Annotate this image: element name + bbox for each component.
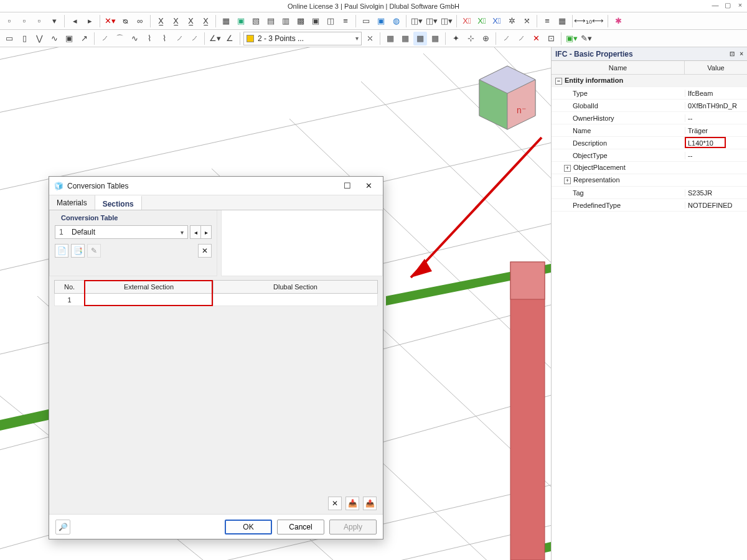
sphere-icon[interactable]: ◍ — [389, 14, 403, 28]
check-icon[interactable]: ▣▾ — [565, 32, 578, 45]
window-close[interactable]: × — [736, 1, 745, 9]
draw-icon[interactable]: ↗ — [77, 32, 91, 45]
filter3-icon[interactable]: ◫▾ — [439, 14, 453, 28]
ok-button[interactable]: OK — [225, 520, 272, 534]
tool-icon[interactable]: ▫ — [2, 14, 16, 28]
select-icon[interactable]: ▭ — [359, 14, 373, 28]
expand-icon[interactable]: + — [564, 165, 571, 172]
panel-close-icon[interactable]: × — [740, 50, 743, 57]
atom-icon[interactable]: ✱ — [611, 14, 625, 28]
axis-z-icon[interactable]: X̲ — [184, 14, 197, 28]
poly2-icon[interactable]: ⌇ — [157, 32, 171, 45]
dialog-maximize[interactable]: ☐ — [338, 179, 357, 193]
import-icon[interactable]: 📥 — [345, 497, 359, 510]
line-icon[interactable]: ⟋ — [98, 32, 111, 45]
wireframe-icon[interactable]: ▧ — [249, 14, 263, 28]
infinity-icon[interactable]: ∞ — [133, 14, 147, 28]
snap-mode-combo[interactable]: 2 - 3 Points ... ▾ — [243, 32, 362, 45]
shade-icon[interactable]: ▥ — [279, 14, 293, 28]
delete2-icon[interactable]: ✕ — [529, 32, 543, 45]
clear-row-icon[interactable]: ✕ — [328, 497, 342, 510]
delete-table-icon[interactable]: ✕ — [198, 244, 212, 258]
draw-icon[interactable]: ▯ — [17, 32, 31, 45]
nav-prev-icon[interactable]: ◂ — [68, 14, 82, 28]
expand-icon[interactable]: + — [564, 177, 571, 184]
conversion-table-select[interactable]: 1 Default ▾ — [55, 225, 188, 239]
origin-icon[interactable]: ✲ — [505, 14, 519, 28]
spline-icon[interactable]: ∿ — [128, 32, 141, 45]
coord-icon[interactable]: ⤧ — [520, 14, 533, 28]
snap3-icon[interactable]: ⊕ — [479, 32, 492, 45]
axis-x-icon[interactable]: X̲ — [154, 14, 167, 28]
axis-xyz-icon[interactable]: X̲ — [199, 14, 212, 28]
window-restore[interactable]: ▢ — [723, 1, 732, 9]
filter2-icon[interactable]: ◫▾ — [425, 14, 438, 28]
section-icon[interactable]: ▤ — [264, 14, 278, 28]
draw-icon[interactable]: ⋁ — [32, 32, 46, 45]
trim-icon[interactable]: ⟋ — [499, 32, 513, 45]
snap-icon[interactable]: ✦ — [449, 32, 463, 45]
view-icon[interactable]: ▣ — [309, 14, 322, 28]
grid2-icon[interactable]: ▦ — [398, 32, 412, 45]
panel-pin-icon[interactable]: ⊡ — [730, 50, 735, 57]
cube-icon[interactable]: ▣ — [234, 14, 248, 28]
z-axis-icon[interactable]: X͐ — [490, 14, 504, 28]
apply-button[interactable]: Apply — [329, 520, 377, 534]
draw-icon[interactable]: ▭ — [2, 32, 16, 45]
tool-icon[interactable]: ▫ — [17, 14, 31, 28]
view-cube[interactable]: n⁻ — [479, 66, 535, 129]
sections-grid-row[interactable]: 1 — [54, 294, 378, 306]
grid-icon[interactable]: ▦ — [219, 14, 233, 28]
tab-materials[interactable]: Materials — [49, 195, 95, 210]
render-icon[interactable]: ▩ — [294, 14, 308, 28]
nav-next-icon[interactable]: ▸ — [83, 14, 96, 28]
clip-icon[interactable]: ◫ — [324, 14, 337, 28]
cancel-button[interactable]: Cancel — [277, 520, 324, 534]
grid3-icon[interactable]: ▦ — [428, 32, 442, 45]
export-icon[interactable]: 📤 — [363, 497, 377, 510]
arc-icon[interactable]: ⌒ — [113, 32, 126, 45]
tool-icon[interactable]: ▾ — [47, 14, 61, 28]
next-table[interactable]: ▸ — [200, 225, 212, 239]
new-table-icon[interactable]: 📄 — [55, 244, 68, 258]
window-minimize[interactable]: — — [711, 1, 720, 9]
grid-active-icon[interactable]: ▦ — [413, 32, 427, 45]
copy-table-icon[interactable]: 📑 — [71, 244, 85, 258]
draw-icon[interactable]: ▣ — [62, 32, 76, 45]
tab-sections[interactable]: Sections — [95, 195, 142, 210]
draw-icon[interactable]: ∿ — [47, 32, 61, 45]
filter-icon[interactable]: ◫▾ — [410, 14, 423, 28]
y-axis-icon[interactable]: X͐ — [475, 14, 489, 28]
grid1-icon[interactable]: ▦ — [383, 32, 397, 45]
more-icon[interactable]: ⊡ — [544, 32, 558, 45]
edge-icon[interactable]: ⟋ — [172, 32, 186, 45]
snap2-icon[interactable]: ⊹ — [464, 32, 477, 45]
lines-icon[interactable]: ≡ — [540, 14, 554, 28]
mesh-icon[interactable]: ▦ — [555, 14, 569, 28]
box-icon[interactable]: ▣ — [374, 14, 388, 28]
row-dlubal-cell[interactable] — [214, 294, 377, 306]
link-icon[interactable]: ᴓ — [118, 14, 132, 28]
help-icon[interactable]: 🔎 — [55, 520, 70, 534]
layers-icon[interactable]: ≡ — [339, 14, 352, 28]
delete-icon[interactable]: ✕▾ — [103, 14, 117, 28]
dim-icon[interactable]: ⟷₁₀ — [576, 14, 590, 28]
collapse-icon[interactable]: − — [555, 78, 562, 85]
tool-icon[interactable]: ▫ — [32, 14, 46, 28]
edit-table-icon[interactable]: ✎ — [87, 244, 101, 258]
angle2-icon[interactable]: ∠ — [223, 32, 237, 45]
prev-table[interactable]: ◂ — [190, 225, 201, 239]
x-axis-icon[interactable]: X͐ — [460, 14, 474, 28]
properties-tree[interactable]: −Entity information TypeIfcBeam GlobalId… — [552, 75, 747, 560]
axes-icon[interactable]: ⤬ — [363, 32, 377, 45]
angle-icon[interactable]: ∠▾ — [208, 32, 222, 45]
measure-icon[interactable]: ⟷ — [591, 14, 604, 28]
prop-key: ObjectPlacement — [573, 164, 626, 171]
trim2-icon[interactable]: ⟋ — [514, 32, 528, 45]
edge-icon[interactable]: ⟋ — [187, 32, 201, 45]
poly-icon[interactable]: ⌇ — [143, 32, 156, 45]
row-external-cell[interactable] — [85, 294, 214, 306]
edit-icon[interactable]: ✎▾ — [580, 32, 593, 45]
dialog-close[interactable]: ✕ — [359, 179, 378, 193]
axis-y-icon[interactable]: X̲ — [169, 14, 182, 28]
